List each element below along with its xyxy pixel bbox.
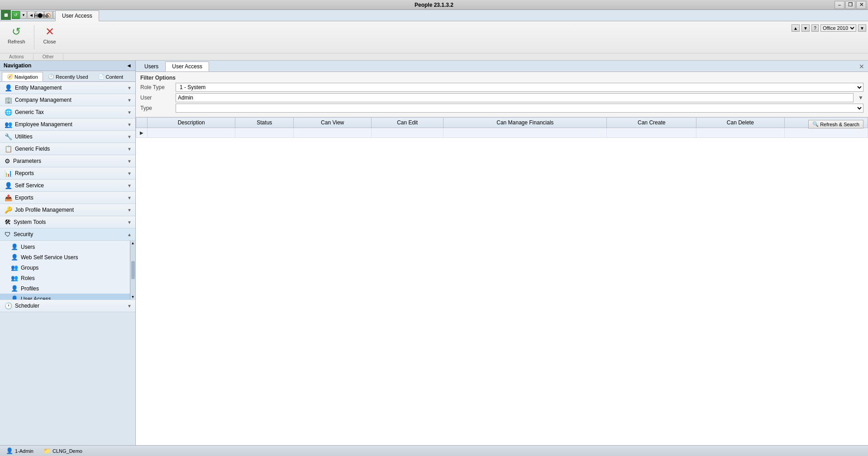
sidebar-subitem-user-access[interactable]: 👤 User Access	[0, 294, 130, 299]
close-button[interactable]: ✕	[856, 1, 866, 9]
close-icon: ✕	[45, 25, 54, 38]
self-service-expand: ▼	[127, 183, 132, 188]
ribbon-tab-home[interactable]: Home	[27, 10, 55, 21]
type-select[interactable]	[176, 104, 863, 113]
scrollbar-up[interactable]: ▲	[131, 241, 135, 245]
user-input[interactable]	[176, 93, 854, 102]
cell-can-delete	[696, 128, 784, 138]
theme-selector[interactable]: Office 2010	[820, 24, 856, 32]
col-can-edit: Can Edit	[372, 118, 444, 128]
sidebar-item-job-profile-management[interactable]: 🔑 Job Profile Management ▼	[0, 204, 135, 216]
col-indicator	[136, 118, 148, 128]
recently-used-tab-label: Recently Used	[56, 74, 88, 80]
help-button[interactable]: ?	[811, 24, 819, 32]
theme-dropdown-button[interactable]: ▼	[858, 24, 866, 32]
sidebar-tab-recently-used[interactable]: 🕐 Recently Used	[43, 72, 93, 81]
title-bar: People 23.1.3.2 – ❐ ✕	[0, 0, 868, 10]
sidebar-item-utilities[interactable]: 🔧 Utilities ▼	[0, 131, 135, 143]
cell-can-edit	[372, 128, 444, 138]
cell-status	[235, 128, 294, 138]
ribbon: ▦ ↺ ▼ ◄ ⬤ 🏠 ★ Home User Access ▲ ▼ ? Off…	[0, 10, 868, 61]
table-section: 🔍 Refresh & Search Description Status Ca…	[136, 117, 868, 445]
refresh-button[interactable]: ↺ Refresh	[4, 23, 29, 47]
sidebar-item-parameters[interactable]: ⚙ Parameters ▼	[0, 155, 135, 167]
content-tab-icon: 📄	[98, 74, 105, 80]
sidebar-item-employee-management[interactable]: 👥 Employee Management ▼	[0, 119, 135, 131]
sidebar-subitem-roles[interactable]: 👥 Roles	[0, 273, 130, 283]
generic-tax-icon: 🌐	[5, 109, 12, 116]
parameters-label: Parameters	[13, 158, 41, 164]
sidebar-item-scheduler[interactable]: 🕐 Scheduler ▼	[0, 300, 135, 312]
row-indicator: ▶	[136, 128, 148, 138]
sidebar-item-exports[interactable]: 📤 Exports ▼	[0, 192, 135, 204]
sidebar-item-generic-tax[interactable]: 🌐 Generic Tax ▼	[0, 106, 135, 119]
users-sub-icon: 👤	[11, 243, 18, 250]
sidebar-collapse-button[interactable]: ◄	[126, 62, 132, 69]
ribbon-tab-bar: ▦ ↺ ▼ ◄ ⬤ 🏠 ★ Home User Access ▲ ▼ ? Off…	[0, 10, 868, 21]
content-tab-label: Content	[106, 74, 124, 80]
role-type-select[interactable]: 1 - System	[176, 83, 863, 92]
sidebar-item-generic-fields[interactable]: 📋 Generic Fields ▼	[0, 143, 135, 155]
sidebar-tab-content[interactable]: 📄 Content	[93, 72, 129, 81]
sidebar-item-self-service[interactable]: 👤 Self Service ▼	[0, 180, 135, 192]
toolbar-icon-1[interactable]: ↺	[12, 11, 20, 19]
employee-management-expand: ▼	[127, 122, 132, 127]
sidebar-item-security[interactable]: 🛡 Security ▲	[0, 228, 135, 241]
table-header: Description Status Can View Can Edit Can…	[136, 118, 868, 128]
status-item-clng-demo[interactable]: 📁 CLNG_Demo	[41, 446, 85, 455]
toolbar-dropdown-1[interactable]: ▼	[20, 11, 27, 19]
user-dropdown-button[interactable]: ▼	[858, 95, 863, 101]
entity-management-label: Entity Management	[15, 85, 62, 91]
scroll-up-button[interactable]: ▲	[792, 24, 800, 32]
user-access-tab-label: User Access	[172, 63, 202, 70]
scrollbar-down[interactable]: ▼	[131, 295, 135, 299]
web-users-sub-icon: 👤	[11, 254, 18, 261]
content-tab-user-access[interactable]: User Access	[165, 62, 209, 71]
security-subitems-scroll[interactable]: 👤 Users 👤 Web Self Service Users 👥 Group…	[0, 241, 130, 299]
minimize-button[interactable]: –	[835, 1, 844, 9]
col-can-manage-financials: Can Manage Financials	[444, 118, 607, 128]
parameters-icon: ⚙	[5, 157, 10, 165]
sidebar-tabs: 🧭 Navigation 🕐 Recently Used 📄 Content	[0, 71, 135, 82]
top-right-area: ▲ ▼ ? Office 2010 ▼	[792, 24, 866, 32]
sidebar-subitem-users[interactable]: 👤 Users	[0, 242, 130, 252]
role-type-row: Role Type 1 - System	[140, 83, 863, 92]
parameters-expand: ▼	[127, 159, 132, 164]
roles-sub-icon: 👥	[11, 275, 18, 281]
col-can-create: Can Create	[607, 118, 696, 128]
exports-expand: ▼	[127, 195, 132, 200]
scroll-down-button[interactable]: ▼	[801, 24, 810, 32]
sidebar-subitem-web-self-service-users[interactable]: 👤 Web Self Service Users	[0, 252, 130, 262]
sidebar-item-system-tools[interactable]: 🛠 System Tools ▼	[0, 216, 135, 228]
sidebar-subitem-groups[interactable]: 👥 Groups	[0, 262, 130, 273]
sidebar-item-reports[interactable]: 📊 Reports ▼	[0, 167, 135, 180]
status-item-admin[interactable]: 👤 1-Admin	[4, 446, 36, 455]
sidebar-subitem-profiles[interactable]: 👤 Profiles	[0, 283, 130, 294]
type-label: Type	[140, 105, 172, 111]
security-scrollbar[interactable]: ▲ ▼	[130, 241, 135, 299]
refresh-search-button[interactable]: 🔍 Refresh & Search	[808, 120, 863, 128]
ribbon-tab-useraccess[interactable]: User Access	[55, 10, 99, 21]
content-panel: Filter Options Role Type 1 - System User…	[136, 72, 868, 445]
sidebar-item-company-management[interactable]: 🏢 Company Management ▼	[0, 94, 135, 106]
refresh-group: ↺ Refresh	[4, 23, 29, 47]
system-tools-expand: ▼	[127, 220, 132, 225]
users-sub-label: Users	[21, 244, 35, 250]
content-tab-users[interactable]: Users	[138, 62, 165, 71]
self-service-label: Self Service	[15, 182, 44, 189]
job-profile-label: Job Profile Management	[15, 207, 74, 213]
sidebar-header: Navigation ◄	[0, 61, 135, 71]
restore-button[interactable]: ❐	[845, 1, 855, 9]
sidebar-tab-navigation[interactable]: 🧭 Navigation	[2, 72, 43, 81]
scrollbar-thumb[interactable]	[131, 261, 135, 279]
sidebar-content: 👤 Entity Management ▼ 🏢 Company Manageme…	[0, 82, 135, 445]
sidebar-item-entity-management[interactable]: 👤 Entity Management ▼	[0, 82, 135, 94]
app-logo: ▦	[1, 10, 11, 20]
table-row[interactable]: ▶	[136, 128, 868, 138]
cell-can-view	[294, 128, 372, 138]
job-profile-expand: ▼	[127, 208, 132, 213]
generic-fields-label: Generic Fields	[15, 146, 50, 152]
utilities-label: Utilities	[15, 133, 33, 140]
close-tab-button[interactable]: ✕	[857, 63, 866, 70]
close-button-toolbar[interactable]: ✕ Close	[39, 23, 61, 47]
